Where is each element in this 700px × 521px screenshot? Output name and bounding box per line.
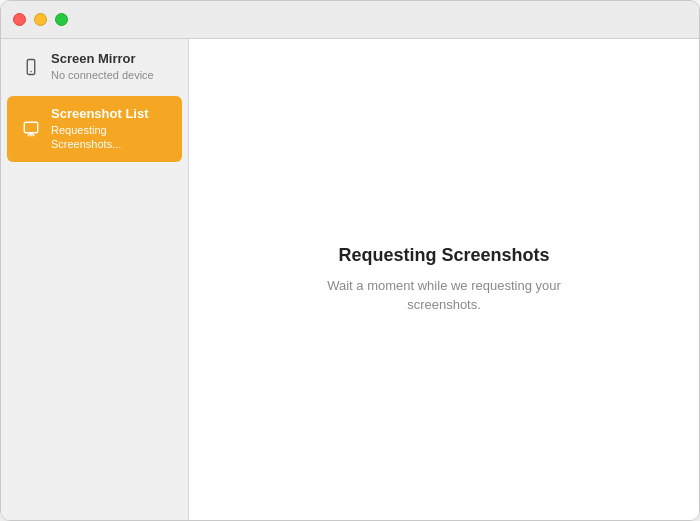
maximize-button[interactable] [55,13,68,26]
traffic-lights [13,13,68,26]
main-subtitle: Wait a moment while we requesting your s… [294,276,594,315]
sidebar-item-screenshot-list[interactable]: Screenshot List Requesting Screenshots..… [7,96,182,161]
app-window: Screen Mirror No connected device Screen… [0,0,700,521]
sidebar-item-screenshot-list-text: Screenshot List Requesting Screenshots..… [51,106,168,151]
sidebar-item-screenshot-list-sublabel: Requesting Screenshots... [51,123,168,152]
svg-rect-2 [24,122,38,133]
phone-icon [21,57,41,77]
main-title: Requesting Screenshots [294,245,594,266]
sidebar-item-screen-mirror-text: Screen Mirror No connected device [51,51,154,82]
center-content: Requesting Screenshots Wait a moment whi… [294,245,594,315]
sidebar-item-screenshot-list-label: Screenshot List [51,106,168,123]
sidebar-item-screen-mirror[interactable]: Screen Mirror No connected device [7,41,182,92]
sidebar: Screen Mirror No connected device Screen… [1,39,189,520]
main-content: Screen Mirror No connected device Screen… [1,39,699,520]
sidebar-item-screen-mirror-sublabel: No connected device [51,68,154,82]
close-button[interactable] [13,13,26,26]
minimize-button[interactable] [34,13,47,26]
titlebar [1,1,699,39]
sidebar-item-screen-mirror-label: Screen Mirror [51,51,154,68]
screenshot-icon [21,119,41,139]
main-panel: Requesting Screenshots Wait a moment whi… [189,39,699,520]
svg-rect-0 [27,59,35,74]
